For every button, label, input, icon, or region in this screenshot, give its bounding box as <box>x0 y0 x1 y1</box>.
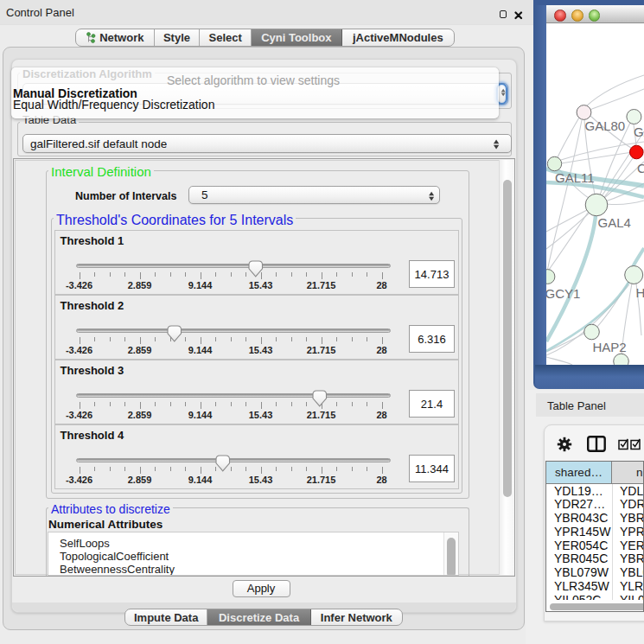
svg-text:C: C <box>637 161 644 175</box>
svg-text:HAP2: HAP2 <box>593 340 627 354</box>
svg-text:GA: GA <box>634 124 644 139</box>
svg-text:GCY1: GCY1 <box>546 286 580 301</box>
svg-text:GAL80: GAL80 <box>585 118 626 133</box>
svg-text:H: H <box>636 285 644 300</box>
svg-text:GAL11: GAL11 <box>555 170 595 185</box>
svg-text:GAL4: GAL4 <box>598 215 631 230</box>
